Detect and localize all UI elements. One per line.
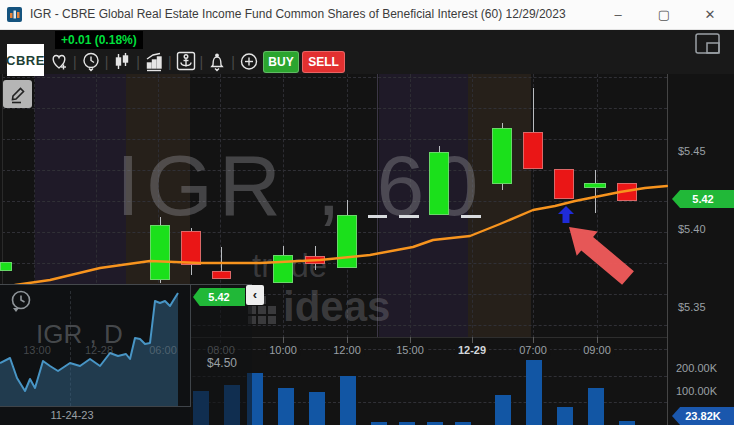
last-volume-badge: 23.82K: [672, 407, 734, 425]
toolbar-separator: |: [136, 54, 140, 70]
volume-bar: [557, 407, 573, 425]
toolbar-separator: |: [73, 54, 77, 70]
ghost-time-label: 06:00: [149, 344, 177, 356]
sell-button[interactable]: SELL: [302, 51, 345, 73]
time-axis-tick: [410, 337, 411, 343]
inset-price-label: $4.50: [196, 356, 248, 370]
trading-app-window: IGR - CBRE Global Real Estate Income Fun…: [0, 0, 734, 425]
toolbar-separator: |: [168, 54, 172, 70]
ghost-time-label: 08:00: [207, 344, 235, 356]
time-history-icon[interactable]: [80, 51, 102, 73]
draw-pencil-button[interactable]: [3, 80, 32, 108]
time-axis-tick: [597, 337, 598, 343]
time-axis-label: 12:00: [330, 344, 364, 356]
add-circle-icon[interactable]: [238, 51, 260, 73]
inset-collapse-button[interactable]: ‹: [246, 285, 264, 305]
layout-pip-icon[interactable]: [695, 33, 721, 55]
volume-bar: [340, 376, 356, 425]
window-title: IGR - CBRE Global Real Estate Income Fun…: [30, 7, 566, 21]
last-price-badge: 5.42: [672, 190, 734, 208]
time-axis-tick: [472, 337, 473, 343]
ghost-time-label: 12-28: [85, 344, 113, 356]
toolbar-separator: |: [105, 54, 109, 70]
price-axis-label: $5.35: [678, 301, 706, 313]
volume-bar: [619, 421, 635, 425]
time-axis-label: 09:00: [580, 344, 614, 356]
volume-bar: [526, 360, 542, 425]
time-axis-tick: [283, 337, 284, 343]
time-axis-tick: [533, 337, 534, 343]
toolbar-separator: |: [231, 54, 235, 70]
alert-bell-icon[interactable]: [206, 51, 228, 73]
inset-clock-icon[interactable]: [10, 289, 34, 313]
volume-study-icon[interactable]: [143, 51, 165, 73]
maximize-button[interactable]: ▢: [649, 5, 679, 25]
annotation-pointer-arrow: [560, 220, 640, 290]
time-axis-label: 10:00: [266, 344, 300, 356]
inset-last-price-badge: 5.42: [193, 288, 245, 306]
time-axis-label: 15:00: [393, 344, 427, 356]
volume-bar: [495, 395, 511, 425]
price-axis-label: $5.45: [678, 145, 706, 157]
volume-bar: [309, 392, 325, 425]
buy-button[interactable]: BUY: [263, 51, 299, 73]
cbre-logo: CBRE: [7, 44, 44, 76]
price-axis-label: $5.40: [678, 223, 706, 235]
volume-bar: [278, 388, 294, 425]
toolbar-icon-row: |||||||: [48, 50, 291, 73]
app-icon: [7, 7, 22, 22]
toolbar-separator: |: [200, 54, 204, 70]
candlestick-chart-icon[interactable]: [111, 51, 133, 73]
minimize-button[interactable]: –: [603, 5, 633, 25]
volume-axis-label: 100.00K: [676, 385, 717, 397]
price-change-badge: +0.01 (0.18%): [55, 31, 143, 49]
pencil-icon: [7, 83, 29, 105]
inset-date-label: 11-24-23: [42, 409, 102, 421]
anchor-icon[interactable]: [175, 51, 197, 73]
close-button[interactable]: ✕: [695, 5, 725, 25]
time-axis-label: 07:00: [516, 344, 550, 356]
time-axis-label: 12-29: [455, 344, 489, 356]
ghost-time-label: 13:00: [23, 344, 51, 356]
volume-axis-label: 200.00K: [676, 362, 717, 374]
time-axis-tick: [347, 337, 348, 343]
favorite-heart-add-icon[interactable]: [48, 51, 70, 73]
volume-bar: [588, 388, 604, 425]
title-bar: IGR - CBRE Global Real Estate Income Fun…: [0, 0, 734, 30]
